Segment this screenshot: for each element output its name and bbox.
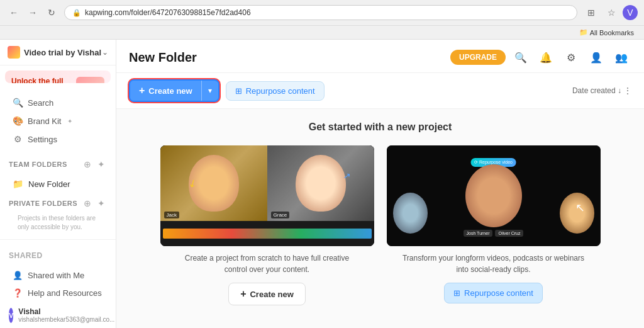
search-icon: 🔍 [13,98,23,108]
create-new-main-button[interactable]: + Create new [130,81,201,101]
date-sort-control[interactable]: Date created ↓ ⋮ [572,86,631,95]
sidebar-item-shared-with-me[interactable]: 👤 Shared with Me [4,267,112,284]
shared-icon: 👤 [13,271,23,280]
settings-header-button[interactable]: ⚙ [561,47,581,67]
avatar-center [465,164,522,227]
repurpose-content-button[interactable]: ⊞ Repurpose content [226,81,325,101]
sidebar-item-settings[interactable]: ⚙ Settings [4,130,112,148]
sidebar-item-brand-kit[interactable]: 🎨 Brand Kit ✦ [4,112,112,130]
private-folder-more-button[interactable]: ✦ [96,198,107,209]
create-new-dropdown-btn[interactable]: + Create new ▾ [129,79,219,102]
add-team-folder-button[interactable]: ⊕ [82,159,93,170]
new-folder-label: New Folder [28,179,70,189]
team-folders-label: Team Folders [9,161,67,168]
card-plus-icon: + [240,288,246,300]
lock-icon: 🔒 [72,9,81,17]
help-icon: ❓ [13,288,23,298]
private-folders-label: Private Folders [9,200,77,207]
editor-thumbnail: WHAT'S GOING ON KAPWING Jack ↙ [160,145,374,246]
grace-label: Grace [271,212,290,218]
toolbar: + Create new ▾ ⊞ Repurpose content Date … [116,73,644,109]
sidebar-header: Video trial by Vishal ⌄ [0,40,116,65]
cursor-icon: ↖ [575,201,585,215]
brand-kit-icon: 🎨 [13,116,23,126]
card-create-new-button[interactable]: + Create new [228,283,306,305]
sidebar-item-search[interactable]: 🔍 Search [4,94,112,111]
workspace-chevron-icon[interactable]: ⌄ [102,48,108,57]
repurpose-labels: Josh Turner Oliver Cruz [464,230,524,237]
sidebar-nav: 🔍 Search 🎨 Brand Kit ✦ ⚙ Settings [0,88,116,154]
repurpose-btn-icon: ⊞ [453,288,460,298]
avatar-female [296,155,346,212]
browser-chrome: ← → ↻ 🔒 kapwing.com/folder/6472076309881… [0,0,644,26]
bookmark-button[interactable]: ☆ [602,4,620,21]
team-folder-more-button[interactable]: ✦ [96,159,107,170]
workspace-logo[interactable]: Video trial by Vishal [8,46,101,59]
repurpose-icon: ⊞ [235,86,242,96]
header-actions: UPGRADE 🔍 🔔 ⚙ 👤 👥 [450,47,631,67]
get-started-section: Get started with a new project WHAT'S GO… [129,122,631,305]
search-header-button[interactable]: 🔍 [511,47,531,67]
upgrade-button[interactable]: UPGRADE [450,50,506,65]
sort-more-icon[interactable]: ⋮ [624,86,631,95]
share-button[interactable]: 👥 [611,47,631,67]
upgrade-banner-title: Unlock the full Kapwing experience [11,77,71,83]
forward-button[interactable]: → [25,5,40,20]
editor-preview: WHAT'S GOING ON KAPWING Jack ↙ [160,145,374,246]
team-folders-section: Team Folders ⊕ ✦ [0,154,116,175]
sidebar-brand-label: Brand Kit [28,116,61,126]
content-area: Get started with a new project WHAT'S GO… [116,109,644,328]
card-repurpose-button[interactable]: ⊞ Repurpose content [444,283,543,303]
add-private-folder-button[interactable]: ⊕ [82,198,93,209]
date-sort-label: Date created ↓ [572,86,621,95]
label-1: Josh Turner [464,230,493,237]
all-bookmarks-folder[interactable]: 📁 All Bookmarks [575,27,638,38]
profile-button[interactable]: V [623,5,638,20]
folder-icon: 📁 [13,179,23,189]
repurpose-preview: ⟳ Repurpose video Josh Turner Oliver Cru… [387,145,601,246]
card-create-label: Create new [250,290,293,299]
jack-label: Jack [164,212,179,218]
upgrade-banner: Unlock the full Kapwing experience Upgra… [5,71,111,83]
editor-timeline [160,221,374,246]
timeline-track [163,229,372,239]
bookmarks-bar: 📁 All Bookmarks [0,26,644,40]
create-new-chevron[interactable]: ▾ [202,82,218,99]
banner-image [76,77,104,83]
back-button[interactable]: ← [6,5,21,20]
address-bar[interactable]: 🔒 kapwing.com/folder/64720763098815e7fd2… [64,5,577,20]
shared-with-me-label: Shared with Me [28,271,84,280]
team-button[interactable]: 👤 [586,47,606,67]
main-header: New Folder UPGRADE 🔍 🔔 ⚙ 👤 👥 [116,40,644,73]
kapwing-logo-icon [8,46,20,59]
app-container: Video trial by Vishal ⌄ Unlock the full … [0,40,644,328]
notifications-button[interactable]: 🔔 [536,47,556,67]
sidebar-settings-label: Settings [28,135,57,144]
shared-section: Shared [0,245,116,266]
user-email: vishalshembekar5363@gmail.co... [18,316,114,323]
reload-button[interactable]: ↻ [44,5,59,20]
card-repurpose-label: Repurpose content [464,288,533,298]
page-title: New Folder [129,50,197,65]
private-folders-section: Private Folders ⊕ ✦ Projects in these fo… [0,193,116,239]
bookmarks-label: All Bookmarks [590,29,634,37]
url-text: kapwing.com/folder/64720763098815e7fd2ad… [85,8,251,17]
face-right: Grace ↗ [267,145,374,221]
repurpose-project-card: ⟳ Repurpose video Josh Turner Oliver Cru… [387,145,601,305]
sidebar-item-help[interactable]: ❓ Help and Resources [4,285,112,302]
private-folder-actions: ⊕ ✦ [82,198,107,209]
sidebar-folder-new-folder[interactable]: 📁 New Folder [4,176,112,192]
sidebar-search-label: Search [28,98,53,108]
cursor-right: ↗ [343,170,352,181]
help-label: Help and Resources [28,288,102,298]
private-folders-header: Private Folders ⊕ ✦ [9,198,107,209]
face-left: Jack ↙ [160,145,267,221]
extensions-button[interactable]: ⊞ [582,4,600,21]
nav-controls: ← → ↻ [6,5,59,20]
avatar-left [393,193,428,234]
user-profile[interactable]: V Vishal vishalshembekar5363@gmail.co... [0,302,116,328]
brand-kit-settings-icon: ✦ [67,118,72,125]
create-card-desc: Create a project from scratch to have fu… [173,252,362,275]
repurpose-card-desc: Transform your longform videos, podcasts… [399,252,588,275]
editor-faces: Jack ↙ Grace ↗ [160,145,374,221]
